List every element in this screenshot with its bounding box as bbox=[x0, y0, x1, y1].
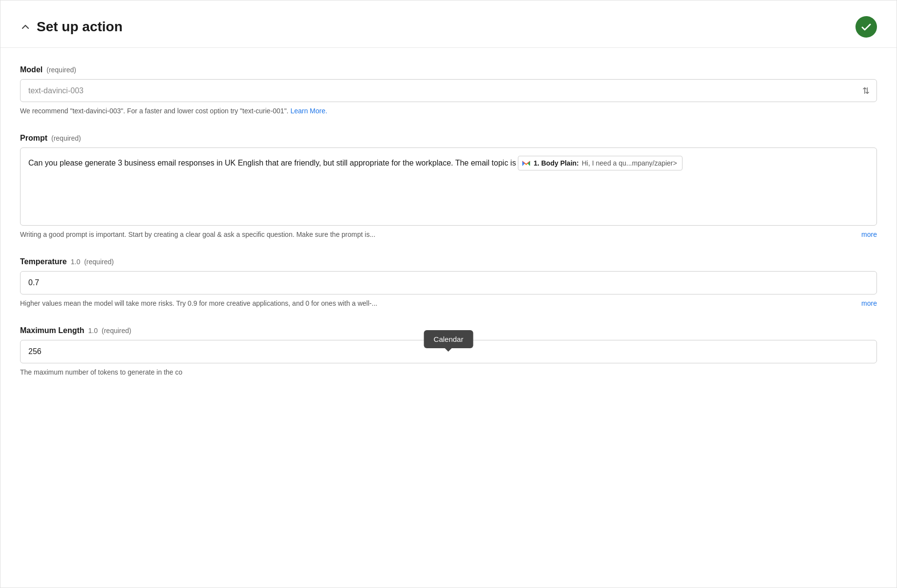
temperature-label-row: Temperature 1.0 (required) bbox=[20, 257, 877, 266]
temperature-more-link[interactable]: more bbox=[861, 299, 877, 307]
prompt-label: Prompt bbox=[20, 134, 47, 143]
max-length-label-row: Maximum Length 1.0 (required) bbox=[20, 326, 877, 335]
chip-label-text: 1. Body Plain: bbox=[534, 158, 579, 168]
section-title-row: Set up action bbox=[20, 19, 123, 35]
prompt-label-row: Prompt (required) bbox=[20, 134, 877, 143]
temperature-input[interactable] bbox=[20, 271, 877, 294]
model-select-wrapper[interactable]: text-davinci-003 ⇅ bbox=[20, 79, 877, 102]
temperature-hint-row: Higher values mean the model will take m… bbox=[20, 298, 877, 309]
prompt-text-before: Can you please generate 3 business email… bbox=[28, 157, 516, 169]
prompt-field-group: Prompt (required) Can you please generat… bbox=[20, 134, 877, 240]
completed-indicator bbox=[855, 16, 877, 38]
model-learn-more-link[interactable]: Learn More. bbox=[290, 107, 327, 115]
temperature-hint: Higher values mean the model will take m… bbox=[20, 298, 859, 309]
max-length-label: Maximum Length bbox=[20, 326, 85, 335]
max-length-hint-row: The maximum number of tokens to generate… bbox=[20, 367, 877, 378]
prompt-more-link[interactable]: more bbox=[861, 231, 877, 238]
prompt-textarea[interactable]: Can you please generate 3 business email… bbox=[20, 147, 877, 226]
model-field-group: Model (required) text-davinci-003 ⇅ We r… bbox=[20, 65, 877, 116]
section-header: Set up action bbox=[0, 0, 897, 48]
collapse-button[interactable] bbox=[20, 21, 31, 32]
temperature-field-group: Temperature 1.0 (required) Higher values… bbox=[20, 257, 877, 309]
model-label: Model bbox=[20, 65, 43, 74]
max-length-input[interactable] bbox=[20, 340, 877, 363]
model-label-row: Model (required) bbox=[20, 65, 877, 74]
max-length-version: 1.0 bbox=[88, 327, 98, 335]
max-length-hint: The maximum number of tokens to generate… bbox=[20, 367, 877, 378]
prompt-chip[interactable]: 1. Body Plain: Hi, I need a qu...mpany/z… bbox=[518, 156, 683, 170]
temperature-label: Temperature bbox=[20, 257, 67, 266]
model-hint: We recommend "text-davinci-003". For a f… bbox=[20, 106, 877, 116]
gmail-icon bbox=[522, 159, 531, 168]
prompt-hint-row: Writing a good prompt is important. Star… bbox=[20, 230, 877, 240]
model-select[interactable]: text-davinci-003 bbox=[21, 80, 876, 102]
prompt-required: (required) bbox=[51, 134, 81, 142]
model-required: (required) bbox=[46, 66, 76, 74]
max-length-field-group: Maximum Length 1.0 (required) The maximu… bbox=[20, 326, 877, 378]
section-body: Model (required) text-davinci-003 ⇅ We r… bbox=[0, 48, 897, 424]
max-length-required: (required) bbox=[102, 327, 131, 335]
temperature-version: 1.0 bbox=[71, 258, 80, 266]
chip-value-text: Hi, I need a qu...mpany/zapier> bbox=[582, 158, 677, 168]
prompt-content: Can you please generate 3 business email… bbox=[28, 156, 869, 170]
prompt-hint: Writing a good prompt is important. Star… bbox=[20, 230, 859, 240]
temperature-required: (required) bbox=[84, 258, 114, 266]
section-title: Set up action bbox=[37, 19, 123, 35]
